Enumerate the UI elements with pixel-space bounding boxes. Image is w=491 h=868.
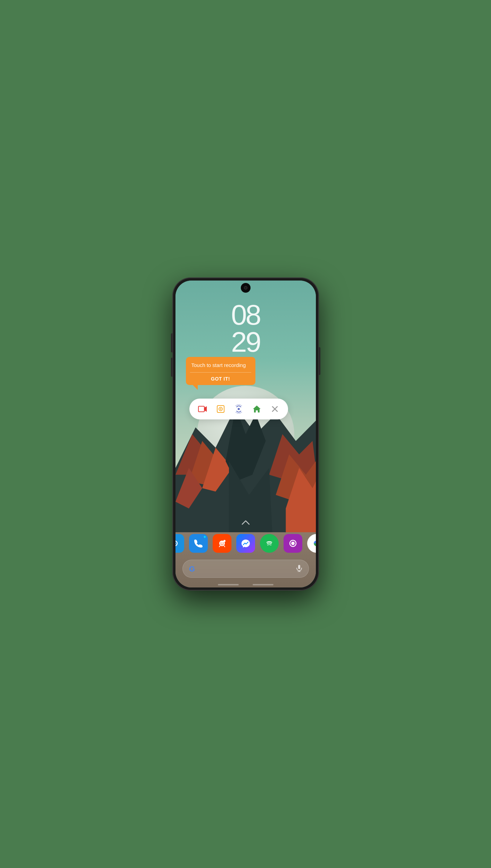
floating-toolbar: [189, 399, 288, 419]
phone-screen: 08 29 Touch to start recording GOT IT!: [175, 281, 316, 587]
app-icon-reddit[interactable]: [213, 534, 231, 553]
app-icon-messenger[interactable]: [236, 534, 255, 553]
tooltip-text: Touch to start recording: [191, 362, 250, 369]
mic-button[interactable]: [295, 564, 303, 574]
clock-time: 08 29: [231, 301, 260, 356]
svg-point-23: [222, 543, 223, 544]
clock-minutes: 29: [231, 328, 260, 356]
app-icon-photos[interactable]: [307, 534, 316, 553]
clock-display: 08 29: [231, 301, 260, 356]
broadcast-button[interactable]: [231, 401, 246, 417]
svg-line-26: [219, 546, 220, 547]
svg-marker-11: [204, 406, 207, 412]
app-icon-camera[interactable]: [175, 534, 184, 553]
screenshot-button[interactable]: [213, 401, 228, 417]
svg-point-14: [220, 408, 221, 410]
svg-point-30: [291, 542, 295, 545]
got-it-button[interactable]: GOT IT!: [191, 373, 250, 385]
search-bar[interactable]: G: [182, 560, 309, 578]
nav-pill-right: [253, 584, 273, 585]
app-icon-screenrecorder[interactable]: [284, 534, 302, 553]
app-icon-spotify[interactable]: [260, 534, 279, 553]
svg-text:G: G: [189, 565, 195, 573]
nav-gesture-bar: [218, 584, 273, 585]
phone-frame: 08 29 Touch to start recording GOT IT!: [173, 278, 319, 590]
google-logo: G: [188, 564, 198, 574]
clock-hours: 08: [231, 301, 260, 328]
camera-notch: [241, 283, 251, 293]
mountains: [175, 367, 316, 535]
nav-pill-left: [218, 584, 239, 585]
close-toolbar-button[interactable]: [267, 401, 283, 417]
app-dock: ✦: [175, 534, 316, 553]
front-camera: [244, 286, 247, 290]
status-bar: [175, 281, 316, 293]
svg-point-24: [223, 540, 226, 542]
svg-point-22: [220, 543, 221, 544]
svg-point-15: [238, 408, 240, 410]
svg-line-27: [224, 546, 225, 547]
tooltip-bubble[interactable]: Touch to start recording GOT IT!: [186, 357, 255, 390]
svg-point-19: [175, 542, 176, 544]
record-video-button[interactable]: [195, 401, 210, 417]
app-icon-phone[interactable]: ✦: [189, 534, 208, 553]
svg-rect-32: [298, 565, 300, 569]
tooltip-content: Touch to start recording GOT IT!: [186, 357, 255, 385]
swipe-indicator[interactable]: [242, 519, 250, 527]
svg-rect-10: [198, 406, 204, 412]
tooltip-arrow: [193, 385, 198, 390]
home-button[interactable]: [249, 401, 264, 417]
